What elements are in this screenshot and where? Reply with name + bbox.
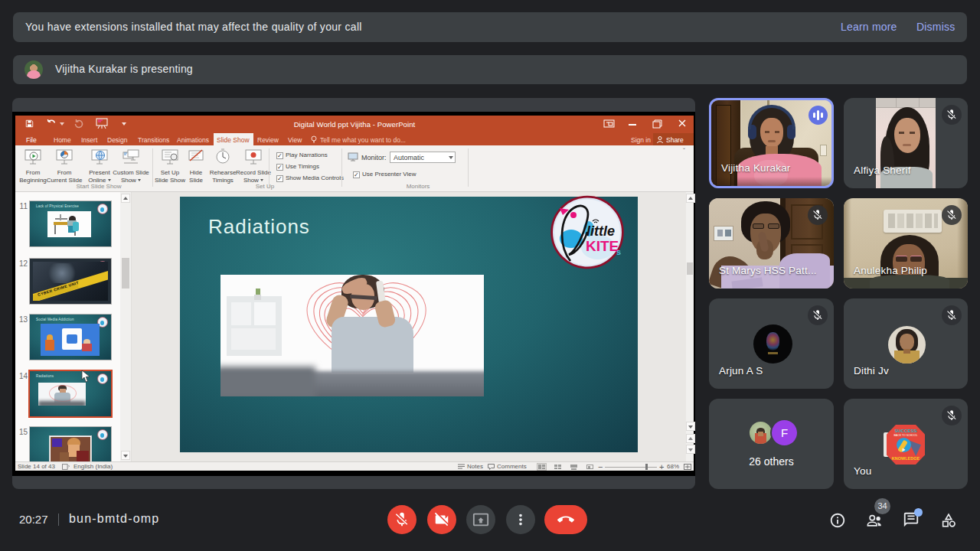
svg-text:s: s: [616, 247, 621, 256]
svg-text:KITE: KITE: [586, 238, 619, 254]
svg-text:little: little: [586, 223, 615, 239]
